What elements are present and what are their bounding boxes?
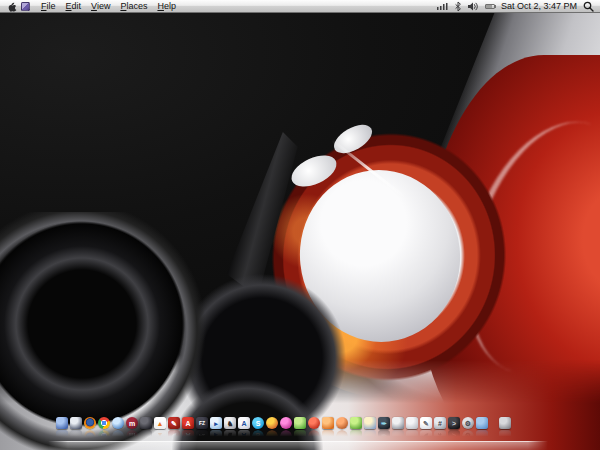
calculator-icon-image: # <box>434 417 446 429</box>
abiword-icon-glyph: A <box>241 433 246 440</box>
text-editor-icon-image: ✎ <box>420 417 432 429</box>
chat-app-icon[interactable] <box>266 417 278 442</box>
trash-icon[interactable] <box>499 417 511 442</box>
vlc-icon[interactable]: ▲▲ <box>154 417 166 442</box>
chrome-icon[interactable] <box>98 417 110 442</box>
red-swirl-browser-icon[interactable] <box>308 417 320 442</box>
menu-places[interactable]: Places <box>115 0 152 12</box>
midori-browser-icon[interactable]: mm <box>126 417 138 442</box>
calculator-icon[interactable]: ## <box>434 417 446 442</box>
screenshot-app-icon[interactable] <box>392 417 404 442</box>
vlc-icon-reflection: ▲ <box>154 430 166 442</box>
feather-design-app-icon-reflection: ✒ <box>378 430 390 442</box>
chess-app-icon[interactable]: ♞♞ <box>224 417 236 442</box>
limewire-icon-reflection <box>350 430 362 442</box>
dock: mm▲▲✎✎AAFZFZ▸▸♞♞AASS✒✒✎✎##>>⚙⚙ <box>48 424 548 450</box>
filezilla-icon-reflection: FZ <box>196 430 208 442</box>
dock-shelf <box>48 441 548 450</box>
dark-media-app-icon[interactable] <box>140 417 152 442</box>
menu-bar: FileEditViewPlacesHelp Sat Oct 2, 3:47 P… <box>0 0 600 13</box>
system-settings-icon-image: ⚙ <box>462 417 474 429</box>
limewire-icon-image <box>350 417 362 429</box>
calculator-icon-glyph: # <box>438 420 442 427</box>
search-icon[interactable] <box>583 1 594 12</box>
bluetooth-icon[interactable] <box>454 1 462 12</box>
red-panda-app-icon[interactable] <box>336 417 348 442</box>
filezilla-icon-glyph: FZ <box>199 434 205 439</box>
terminal-icon[interactable]: >> <box>448 417 460 442</box>
web-browser-globe-icon[interactable] <box>112 417 124 442</box>
menu-edit[interactable]: Edit <box>61 0 87 12</box>
feather-design-app-icon-glyph: ✒ <box>381 433 387 440</box>
dark-media-app-icon-reflection <box>140 430 152 442</box>
system-settings-icon[interactable]: ⚙⚙ <box>462 417 474 442</box>
media-player-icon-image: ▸ <box>210 417 222 429</box>
chess-app-icon-reflection: ♞ <box>224 430 236 442</box>
panel-applet-icon[interactable] <box>21 2 30 11</box>
web-browser-globe-icon-reflection <box>112 430 124 442</box>
trash-icon-reflection <box>499 430 511 442</box>
folder-icon-image <box>476 417 488 429</box>
red-panda-app-icon-reflection <box>336 430 348 442</box>
apple-menu-icon[interactable] <box>7 1 17 12</box>
feather-design-app-icon[interactable]: ✒✒ <box>378 417 390 442</box>
limewire-icon[interactable] <box>350 417 362 442</box>
photos-app-icon-image <box>364 417 376 429</box>
terminal-icon-glyph: > <box>452 420 456 427</box>
red-notebook-app-icon-glyph: ✎ <box>171 433 177 440</box>
skype-icon-glyph: S <box>256 433 261 440</box>
chess-app-icon-image: ♞ <box>224 417 236 429</box>
midori-browser-icon-image: m <box>126 417 138 429</box>
signal-strength-icon[interactable] <box>437 2 448 10</box>
filezilla-icon[interactable]: FZFZ <box>196 417 208 442</box>
dock-items: mm▲▲✎✎AAFZFZ▸▸♞♞AASS✒✒✎✎##>>⚙⚙ <box>56 417 511 442</box>
adobe-reader-icon[interactable]: AA <box>182 417 194 442</box>
adobe-reader-icon-glyph: A <box>185 420 190 427</box>
abiword-icon-reflection: A <box>238 430 250 442</box>
text-editor-icon[interactable]: ✎✎ <box>420 417 432 442</box>
folder-icon[interactable] <box>476 417 488 442</box>
contacts-app-icon-image <box>70 417 82 429</box>
blue-utilities-icon-reflection <box>56 430 68 442</box>
vlc-icon-glyph: ▲ <box>157 420 164 427</box>
system-settings-icon-glyph: ⚙ <box>465 433 471 440</box>
adobe-reader-icon-reflection: A <box>182 430 194 442</box>
abiword-icon-image: A <box>238 417 250 429</box>
battery-icon[interactable] <box>485 4 495 9</box>
abiword-icon-glyph: A <box>241 420 246 427</box>
orange-mascot-app-icon[interactable] <box>322 417 334 442</box>
keyboard-icon[interactable] <box>406 417 418 442</box>
skype-icon[interactable]: SS <box>252 417 264 442</box>
abiword-icon[interactable]: AA <box>238 417 250 442</box>
blue-utilities-icon-image <box>56 417 68 429</box>
contacts-app-icon[interactable] <box>70 417 82 442</box>
orange-mascot-app-icon-image <box>322 417 334 429</box>
chat-app-icon-image <box>266 417 278 429</box>
blue-utilities-icon[interactable] <box>56 417 68 442</box>
green-buddy-chat-icon[interactable] <box>294 417 306 442</box>
red-notebook-app-icon[interactable]: ✎✎ <box>168 417 180 442</box>
green-buddy-chat-icon-reflection <box>294 430 306 442</box>
midori-browser-icon-glyph: m <box>129 433 135 440</box>
media-player-icon-reflection: ▸ <box>210 430 222 442</box>
vlc-icon-glyph: ▲ <box>157 433 164 440</box>
menu-view[interactable]: View <box>86 0 115 12</box>
firefox-icon-reflection <box>84 430 96 442</box>
terminal-icon-image: > <box>448 417 460 429</box>
media-player-icon[interactable]: ▸▸ <box>210 417 222 442</box>
calculator-icon-reflection: # <box>434 430 446 442</box>
midori-browser-icon-glyph: m <box>129 420 135 427</box>
adobe-reader-icon-image: A <box>182 417 194 429</box>
photos-app-icon[interactable] <box>364 417 376 442</box>
text-editor-icon-glyph: ✎ <box>423 433 429 440</box>
firefox-icon[interactable] <box>84 417 96 442</box>
screenshot-app-icon-image <box>392 417 404 429</box>
flower-app-icon[interactable] <box>280 417 292 442</box>
menu-help[interactable]: Help <box>152 0 181 12</box>
photos-app-icon-reflection <box>364 430 376 442</box>
volume-icon[interactable] <box>468 2 479 11</box>
clock[interactable]: Sat Oct 2, 3:47 PM <box>501 0 577 12</box>
dark-media-app-icon-image <box>140 417 152 429</box>
menu-file[interactable]: File <box>36 0 61 12</box>
filezilla-icon-image: FZ <box>196 417 208 429</box>
